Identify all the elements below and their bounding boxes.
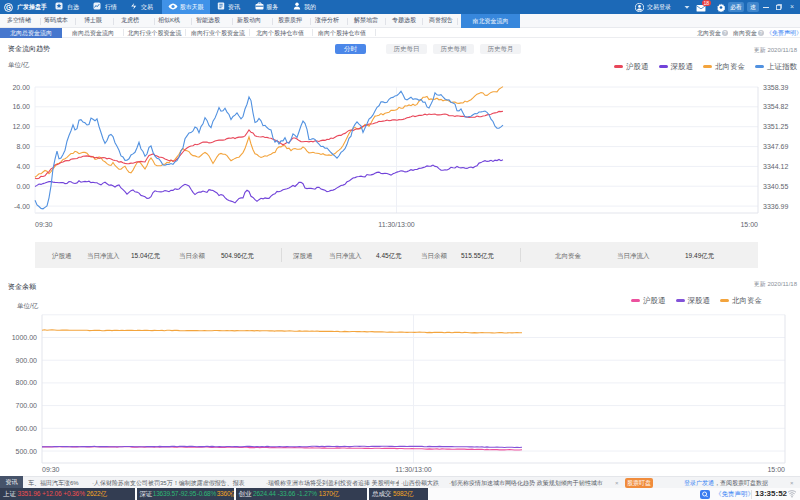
svg-text:15:00: 15:00 [740, 221, 758, 228]
svg-text:700.00: 700.00 [16, 402, 38, 409]
svg-text:500.00: 500.00 [16, 448, 38, 455]
svg-text:3347.69: 3347.69 [763, 143, 788, 150]
svg-text:0.00: 0.00 [16, 183, 30, 190]
svg-text:3351.25: 3351.25 [763, 123, 788, 130]
svg-text:-4.00: -4.00 [14, 203, 30, 210]
svg-text:3340.55: 3340.55 [763, 183, 788, 190]
svg-text:11:30/13:00: 11:30/13:00 [395, 466, 432, 473]
svg-text:3354.82: 3354.82 [763, 103, 788, 110]
svg-text:20.00: 20.00 [12, 84, 30, 91]
svg-text:3358.39: 3358.39 [763, 84, 788, 91]
svg-text:3336.99: 3336.99 [763, 203, 788, 210]
svg-text:G: G [6, 4, 11, 11]
svg-text:15:00: 15:00 [767, 466, 785, 473]
svg-text:4.00: 4.00 [16, 163, 30, 170]
svg-text:16.00: 16.00 [12, 103, 30, 110]
svg-text:8.00: 8.00 [16, 143, 30, 150]
svg-text:3344.12: 3344.12 [763, 163, 788, 170]
svg-text:900.00: 900.00 [16, 357, 38, 364]
svg-text:12.00: 12.00 [12, 123, 30, 130]
svg-text:11:30/13:00: 11:30/13:00 [378, 221, 415, 228]
svg-text:800.00: 800.00 [16, 379, 38, 386]
svg-text:09:30: 09:30 [42, 466, 60, 473]
svg-text:09:30: 09:30 [35, 221, 53, 228]
svg-text:1000.00: 1000.00 [12, 334, 37, 341]
svg-text:600.00: 600.00 [16, 425, 38, 432]
